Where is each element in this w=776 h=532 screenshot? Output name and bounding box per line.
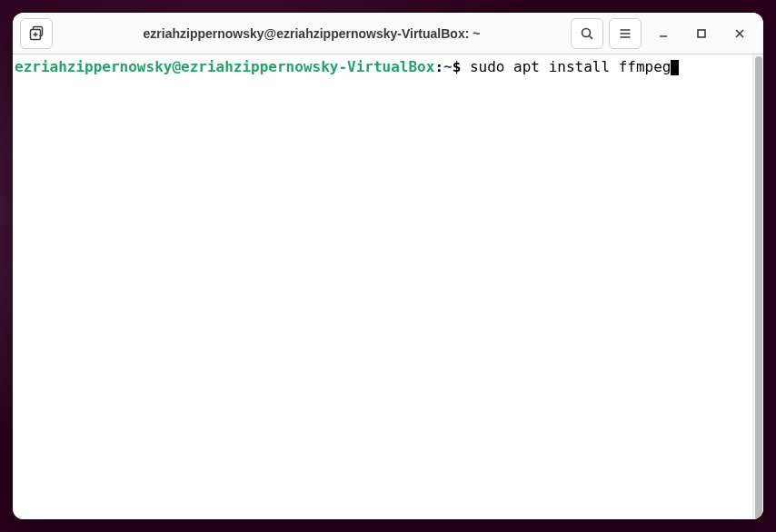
scrollbar-thumb[interactable] <box>755 56 762 519</box>
terminal-area: ezriahzippernowsky@ezriahzippernowsky-Vi… <box>13 54 763 519</box>
new-tab-icon <box>28 25 45 42</box>
menu-button[interactable] <box>609 18 642 49</box>
prompt-path: ~ <box>443 58 453 75</box>
terminal-content[interactable]: ezriahzippernowsky@ezriahzippernowsky-Vi… <box>13 54 752 519</box>
prompt-dollar: $ <box>453 58 462 75</box>
prompt-user-host: ezriahzippernowsky@ezriahzippernowsky-Vi… <box>15 58 434 75</box>
terminal-window: ezriahzippernowsky@ezriahzippernowsky-Vi… <box>13 13 763 519</box>
prompt-colon: : <box>434 58 443 75</box>
search-icon <box>580 26 594 41</box>
svg-point-1 <box>582 28 591 36</box>
maximize-icon <box>695 27 708 40</box>
new-tab-button[interactable] <box>20 18 53 49</box>
scrollbar[interactable] <box>752 54 763 519</box>
minimize-button[interactable] <box>647 18 680 49</box>
svg-rect-2 <box>698 30 705 37</box>
minimize-icon <box>657 27 670 40</box>
close-button[interactable] <box>723 18 756 49</box>
close-icon <box>733 27 746 40</box>
search-button[interactable] <box>571 18 603 49</box>
window-title: ezriahzippernowsky@ezriahzippernowsky-Vi… <box>58 26 565 41</box>
titlebar: ezriahzippernowsky@ezriahzippernowsky-Vi… <box>13 13 763 54</box>
command-text: sudo apt install ffmpeg <box>461 58 671 75</box>
hamburger-icon <box>618 26 632 41</box>
terminal-cursor <box>671 60 679 75</box>
maximize-button[interactable] <box>685 18 718 49</box>
